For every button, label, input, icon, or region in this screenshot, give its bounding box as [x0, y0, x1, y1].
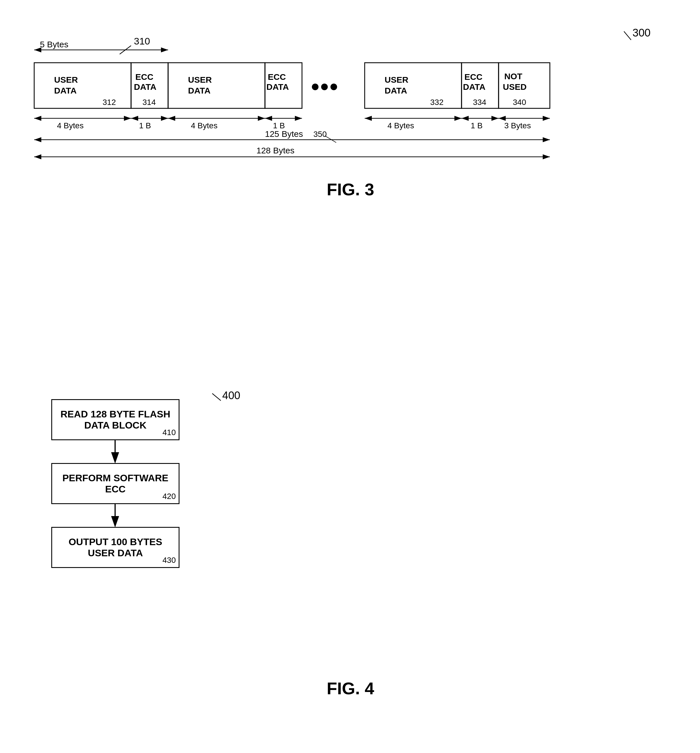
bytes-128-label: 128 Bytes: [256, 146, 294, 155]
box-not-used-line2: USED: [503, 82, 527, 92]
bytes-1b-1-label: 1 B: [139, 121, 151, 130]
box-ecc-data-334-line2: DATA: [463, 82, 485, 92]
arrow-420-430: [51, 504, 182, 527]
fig4-title: FIG. 4: [327, 679, 374, 698]
box-ecc-data-2-line1: ECC: [268, 72, 286, 81]
bytes-5-label: 5 Bytes: [40, 40, 69, 49]
box-user-data-312-line2: DATA: [54, 86, 76, 95]
ref-314: 314: [142, 98, 156, 107]
ref-300-label: 300: [633, 27, 650, 39]
box-ecc-data-314-line1: ECC: [135, 72, 153, 81]
bytes-1b-right-label: 1 B: [471, 121, 483, 130]
box-user-data-2-line2: DATA: [188, 86, 210, 95]
ref-310-label: 310: [134, 36, 150, 47]
box-ecc-data-2-line2: DATA: [267, 82, 289, 92]
bytes-3-label: 3 Bytes: [504, 121, 531, 130]
fig3-title: FIG. 3: [327, 180, 374, 199]
box-user-data-312-line1: USER: [54, 75, 78, 84]
bytes-125-label: 125 Bytes: [265, 129, 303, 139]
svg-line-22: [212, 394, 221, 401]
ref-332: 332: [430, 98, 444, 107]
box-user-data-2-line1: USER: [188, 75, 212, 84]
box-ecc-data-334-line1: ECC: [465, 72, 482, 81]
flow-box-410: READ 128 BYTE FLASH DATA BLOCK 410: [51, 399, 179, 440]
arrow-410-420: [51, 440, 182, 463]
flow-box-430: OUTPUT 100 BYTES USER DATA 430: [51, 527, 179, 568]
svg-rect-9: [365, 63, 461, 108]
svg-line-4: [624, 31, 631, 40]
ref-400-label: 400: [222, 389, 240, 401]
bytes-4-left-label: 4 Bytes: [57, 121, 83, 130]
ref-430: 430: [162, 556, 176, 565]
bytes-1b-2-label: 1 B: [273, 121, 285, 130]
bytes-4-left2-label: 4 Bytes: [191, 121, 217, 130]
ref-340: 340: [513, 98, 526, 107]
fig3-svg: 310 5 Bytes 300 USER DATA 312: [23, 17, 678, 200]
flow-label-410: READ 128 BYTE FLASH DATA BLOCK: [61, 409, 170, 431]
svg-rect-5: [34, 63, 131, 108]
ref-312: 312: [103, 98, 116, 107]
ref-350: 350: [313, 130, 327, 139]
box-not-used-line1: NOT: [504, 72, 522, 81]
dots-label: ●●●: [310, 77, 338, 94]
flowchart: READ 128 BYTE FLASH DATA BLOCK 410 PERFO…: [51, 399, 182, 568]
box-user-data-332-line2: DATA: [385, 86, 407, 95]
svg-line-20: [325, 136, 336, 142]
page-container: 310 5 Bytes 300 USER DATA 312: [0, 0, 700, 753]
box-user-data-332-line1: USER: [385, 75, 408, 84]
flow-box-420: PERFORM SOFTWARE ECC 420: [51, 463, 179, 504]
ref-420: 420: [162, 492, 176, 501]
bytes-4-right-label: 4 Bytes: [387, 121, 414, 130]
ref-334: 334: [473, 98, 486, 107]
flow-label-430: OUTPUT 100 BYTES USER DATA: [69, 536, 162, 558]
flow-label-420: PERFORM SOFTWARE ECC: [62, 472, 168, 494]
ref-410: 410: [162, 428, 176, 437]
svg-rect-7: [168, 63, 265, 108]
box-ecc-data-314-line2: DATA: [134, 82, 156, 92]
